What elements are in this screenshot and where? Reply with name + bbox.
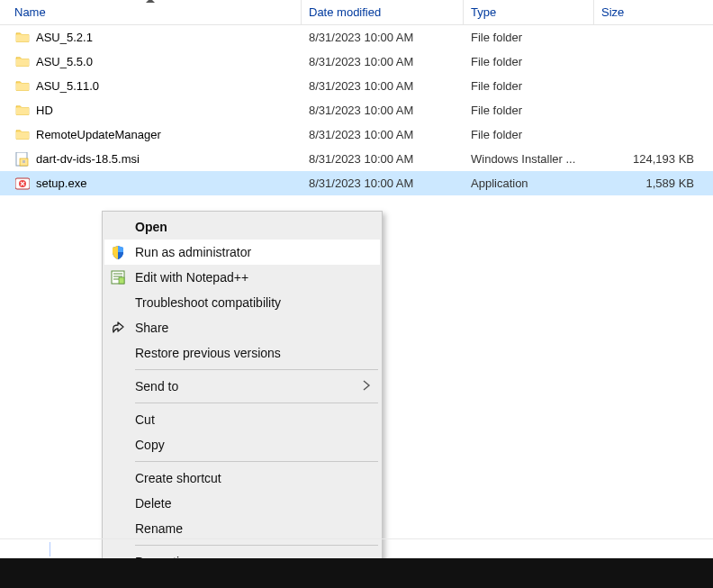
file-date-cell: 8/31/2023 10:00 AM: [302, 55, 464, 68]
file-row[interactable]: ASU_5.11.08/31/2023 10:00 AMFile folder: [0, 74, 713, 98]
menu-separator: [135, 403, 378, 403]
menu-label: Share: [135, 321, 371, 335]
blank-icon: [108, 294, 128, 311]
msi-icon: [14, 151, 31, 167]
menu-item-delete[interactable]: Delete: [104, 491, 380, 516]
menu-label: Edit with Notepad++: [135, 270, 371, 285]
menu-item-run-as-administrator[interactable]: Run as administrator: [104, 240, 380, 265]
folder-icon: [14, 127, 31, 143]
blank-icon: [108, 378, 128, 394]
file-name-label: setup.exe: [36, 176, 86, 190]
menu-separator: [135, 369, 378, 370]
file-name-label: ASU_5.5.0: [36, 55, 93, 68]
menu-label: Troubleshoot compatibility: [135, 295, 371, 310]
column-header-name[interactable]: Name: [0, 0, 302, 24]
folder-icon: [14, 103, 31, 119]
menu-label: Copy: [135, 438, 371, 452]
blank-icon: [108, 345, 128, 361]
menu-item-troubleshoot[interactable]: Troubleshoot compatibility: [104, 290, 380, 315]
status-divider: [50, 542, 50, 556]
column-header-label: Date modified: [309, 5, 381, 19]
menu-item-create-shortcut[interactable]: Create shortcut: [104, 466, 380, 491]
file-type-cell: File folder: [464, 104, 594, 117]
file-name-cell: ASU_5.5.0: [0, 54, 302, 70]
notepad-icon: [108, 269, 128, 285]
column-header-label: Name: [14, 5, 46, 19]
column-header-label: Type: [471, 5, 496, 19]
file-row[interactable]: ASU_5.5.08/31/2023 10:00 AMFile folder: [0, 50, 713, 74]
file-date-cell: 8/31/2023 10:00 AM: [302, 176, 464, 190]
menu-separator: [135, 461, 378, 462]
menu-label: Restore previous versions: [135, 346, 371, 360]
folder-icon: [14, 78, 31, 95]
file-size-cell: 1,589 KB: [594, 176, 707, 190]
file-type-cell: Windows Installer ...: [464, 152, 594, 166]
file-name-label: dart-dv-ids-18.5.msi: [36, 152, 140, 166]
column-header-size[interactable]: Size: [594, 0, 707, 24]
file-name-cell: HD: [0, 103, 302, 119]
menu-item-share[interactable]: Share: [104, 315, 380, 340]
file-type-cell: Application: [464, 176, 594, 190]
menu-label: Run as administrator: [135, 245, 371, 259]
sort-ascending-icon: [146, 0, 155, 3]
file-name-label: RemoteUpdateManager: [36, 128, 161, 141]
status-bar: .55 MB: [0, 538, 713, 558]
file-row[interactable]: setup.exe8/31/2023 10:00 AMApplication1,…: [0, 171, 713, 195]
file-size-cell: 124,193 KB: [594, 152, 707, 166]
file-name-cell: setup.exe: [0, 176, 302, 192]
column-header-row: Name Date modified Type Size: [0, 0, 713, 25]
blank-icon: [108, 437, 128, 453]
menu-item-send-to[interactable]: Send to: [104, 374, 380, 399]
file-type-cell: File folder: [464, 31, 594, 44]
file-name-cell: ASU_5.11.0: [0, 78, 302, 95]
file-date-cell: 8/31/2023 10:00 AM: [302, 79, 464, 93]
file-name-cell: RemoteUpdateManager: [0, 127, 302, 143]
file-type-cell: File folder: [464, 79, 594, 93]
column-header-date[interactable]: Date modified: [302, 0, 464, 24]
file-type-cell: File folder: [464, 55, 594, 68]
menu-label: Send to: [135, 379, 355, 394]
blank-icon: [108, 219, 128, 235]
menu-item-cut[interactable]: Cut: [104, 407, 380, 432]
column-header-label: Size: [601, 5, 624, 19]
file-date-cell: 8/31/2023 10:00 AM: [302, 31, 464, 44]
menu-item-rename[interactable]: Rename: [104, 516, 380, 541]
share-icon: [108, 320, 128, 336]
menu-label: Open: [135, 220, 371, 234]
file-name-cell: dart-dv-ids-18.5.msi: [0, 151, 302, 167]
menu-label: Create shortcut: [135, 471, 371, 485]
file-row[interactable]: RemoteUpdateManager8/31/2023 10:00 AMFil…: [0, 122, 713, 147]
shield-icon: [108, 244, 128, 260]
menu-label: Delete: [135, 496, 371, 511]
file-date-cell: 8/31/2023 10:00 AM: [302, 104, 464, 117]
blank-icon: [108, 495, 128, 511]
file-row[interactable]: dart-dv-ids-18.5.msi8/31/2023 10:00 AMWi…: [0, 147, 713, 171]
menu-item-open[interactable]: Open: [104, 214, 380, 240]
exe-icon: [14, 176, 31, 192]
folder-icon: [14, 30, 31, 46]
file-list: ASU_5.2.18/31/2023 10:00 AMFile folderAS…: [0, 25, 713, 195]
menu-label: Cut: [135, 412, 371, 427]
file-row[interactable]: ASU_5.2.18/31/2023 10:00 AMFile folder: [0, 25, 713, 50]
file-date-cell: 8/31/2023 10:00 AM: [302, 128, 464, 141]
file-type-cell: File folder: [464, 128, 594, 141]
file-date-cell: 8/31/2023 10:00 AM: [302, 152, 464, 166]
folder-icon: [14, 54, 31, 70]
file-row[interactable]: HD8/31/2023 10:00 AMFile folder: [0, 98, 713, 122]
file-name-label: ASU_5.2.1: [36, 31, 93, 44]
column-header-type[interactable]: Type: [464, 0, 594, 24]
menu-label: Rename: [135, 521, 371, 536]
file-name-label: HD: [36, 104, 53, 117]
menu-item-copy[interactable]: Copy: [104, 432, 380, 457]
blank-icon: [108, 520, 128, 537]
footer-black-bar: [0, 558, 713, 588]
context-menu: Open Run as administrator Edit with Note…: [102, 211, 383, 578]
blank-icon: [108, 470, 128, 486]
menu-item-edit-notepad[interactable]: Edit with Notepad++: [104, 265, 380, 290]
menu-item-restore-versions[interactable]: Restore previous versions: [104, 340, 380, 366]
file-name-cell: ASU_5.2.1: [0, 30, 302, 46]
blank-icon: [108, 412, 128, 428]
file-name-label: ASU_5.11.0: [36, 79, 99, 93]
chevron-right-icon: [362, 379, 371, 394]
